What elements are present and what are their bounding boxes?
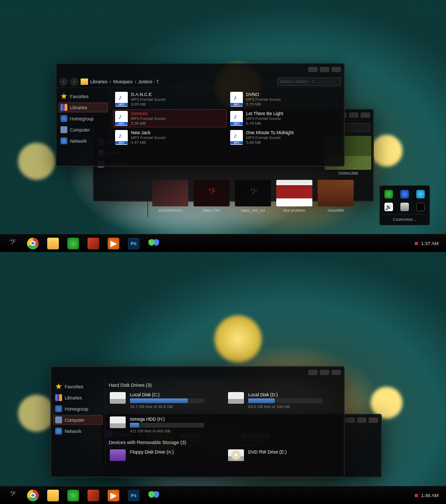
tray-icon[interactable]: [400, 203, 409, 211]
thumbnail-label: 1920x1200: [325, 171, 371, 176]
thumbnail-row: 29102009101 𝄢Bass Clef 𝄢bass_clef_xxl bl…: [150, 178, 371, 215]
desktop-kiilkislim: KiilkiSlim Pictures Videos 1920x1200JPEG…: [0, 252, 446, 504]
taskbar-wmp[interactable]: ▶: [104, 489, 123, 502]
file-item[interactable]: Let There Be Light MP3 Format Sound 6.78…: [228, 109, 342, 127]
thumbnail[interactable]: 𝄢Bass Clef: [193, 180, 231, 213]
taskbar-utorrent[interactable]: [64, 489, 83, 502]
removable-item[interactable]: Floppy Disk Drive (A:): [108, 448, 224, 465]
sidebar-item-computer[interactable]: Computer: [53, 415, 103, 425]
search-input[interactable]: Search Justice - †: [277, 77, 341, 86]
sidebar-item-favorites[interactable]: Favorites: [53, 381, 103, 392]
explorer-front[interactable]: ‹ › Libraries › Musiques › Justice - † S…: [56, 63, 345, 167]
fwd-icon[interactable]: ›: [70, 77, 78, 86]
taskbar-explorer[interactable]: [43, 237, 63, 250]
taskbar-msn[interactable]: [144, 237, 163, 250]
watermark-url: nittiyh.deviantart.com: [5, 4, 110, 18]
tray-icon[interactable]: [384, 190, 393, 198]
thumbnail[interactable]: blur problem: [275, 180, 313, 213]
breadcrumb[interactable]: Libraries › Musiques › Justice - †: [81, 79, 275, 85]
taskbar-explorer[interactable]: [43, 489, 63, 502]
sidebar-item-network[interactable]: Network: [58, 136, 108, 146]
sidebar-item-favorites[interactable]: Favorites: [58, 91, 108, 101]
taskbar-chrome[interactable]: [23, 489, 42, 502]
taskbar-guitar[interactable]: [84, 237, 103, 250]
drive-item[interactable]: Local Disk (D:) 63.6 GB free of 100 GB: [226, 391, 342, 413]
tray-popup: 🔊 Customize...: [379, 185, 430, 225]
explorer-front[interactable]: Favorites Libraries Homegroup Computer N…: [50, 366, 345, 477]
taskbar-msn[interactable]: [144, 489, 163, 502]
drive-item[interactable]: Iomega HDD (H:) 411 GB free of 465 GB: [108, 415, 224, 438]
clock[interactable]: 1:46 AM: [415, 493, 443, 498]
file-item[interactable]: DVNO MP3 Format Sound 5.79 MB: [228, 90, 342, 108]
tray-icon[interactable]: [400, 190, 409, 198]
taskbar-photoshop[interactable]: Ps: [124, 489, 143, 502]
volume-icon[interactable]: 🔊: [384, 203, 393, 211]
sidebar: Favorites Libraries Homegroup Computer N…: [56, 88, 110, 149]
mp3-icon: [115, 111, 128, 126]
floppy-icon: [110, 449, 126, 461]
min-button[interactable]: [345, 418, 355, 423]
back-icon[interactable]: ‹: [59, 77, 68, 86]
homegroup-icon: [60, 115, 67, 122]
removable-item[interactable]: DVD RW Drive (E:): [226, 448, 342, 465]
taskbar-guitar[interactable]: [84, 489, 103, 502]
star-icon: [55, 383, 62, 390]
max-button[interactable]: [320, 67, 329, 72]
thumbnail[interactable]: 𝄢bass_clef_xxl: [234, 180, 272, 213]
max-button[interactable]: [349, 112, 358, 118]
file-item[interactable]: One Minute To Midnight MP3 Format Sound …: [228, 128, 342, 146]
drive-icon: [228, 392, 244, 404]
sidebar-item-libraries[interactable]: Libraries: [53, 393, 103, 403]
bass-clef-icon: 𝄢: [10, 238, 16, 249]
taskbar: 𝄢 ▶ Ps 1:46 AM: [0, 486, 446, 504]
mp3-icon: [115, 130, 128, 145]
min-button[interactable]: [308, 370, 318, 375]
navbar: ‹ › Libraries › Musiques › Justice - † S…: [56, 75, 344, 88]
close-button[interactable]: [369, 418, 378, 423]
clock[interactable]: 1:37 AM: [415, 241, 443, 246]
customize-link[interactable]: Customize...: [383, 214, 426, 222]
computer-icon: [55, 416, 62, 423]
libraries-icon: [60, 104, 67, 111]
network-icon: [55, 428, 62, 435]
mp3-icon: [230, 111, 243, 126]
homegroup-icon: [55, 405, 62, 412]
computer-icon: [60, 126, 67, 133]
taskbar-utorrent[interactable]: [64, 237, 83, 250]
titlebar: [51, 367, 344, 378]
close-button[interactable]: [331, 67, 341, 72]
start-button[interactable]: 𝄢: [3, 489, 22, 502]
drive-item[interactable]: Local Disk (C:) 10.7 GB free of 48.8 GB: [108, 391, 224, 413]
taskbar: 𝄢 ▶ Ps 1:37 AM: [0, 234, 446, 252]
drive-icon: [110, 392, 126, 404]
mp3-icon: [115, 92, 128, 107]
sidebar: Favorites Libraries Homegroup Computer N…: [51, 378, 105, 467]
sidebar-item-computer[interactable]: Computer: [58, 125, 108, 135]
folder-icon: [81, 79, 88, 85]
file-item[interactable]: New Jack MP3 Format Sound 4.97 MB: [113, 128, 227, 146]
libraries-icon: [55, 394, 62, 401]
tray-icon[interactable]: [416, 190, 425, 198]
thumbnail[interactable]: 29102009101: [151, 180, 189, 213]
taskbar-chrome[interactable]: [23, 237, 42, 250]
taskbar-wmp[interactable]: ▶: [104, 237, 123, 250]
start-button[interactable]: 𝄢: [3, 237, 22, 250]
close-button[interactable]: [331, 370, 341, 375]
file-item[interactable]: D.A.N.C.E MP3 Format Sound 8.09 MB: [113, 90, 227, 108]
sidebar-item-network[interactable]: Network: [53, 426, 103, 436]
taskbar-photoshop[interactable]: Ps: [124, 237, 143, 250]
dvd-icon: [228, 449, 244, 461]
file-item[interactable]: Genesis MP3 Format Sound 5.36 MB: [113, 109, 227, 127]
tray-icon[interactable]: [416, 203, 425, 211]
thumbnail[interactable]: Gunz064: [317, 180, 355, 213]
sidebar-item-homegroup[interactable]: Homegroup: [53, 404, 103, 414]
max-button[interactable]: [357, 418, 366, 423]
section-header: Devices with Removable Storage (3): [108, 438, 342, 448]
max-button[interactable]: [320, 370, 329, 375]
sidebar-item-homegroup[interactable]: Homegroup: [58, 114, 108, 124]
theme-name: Kiilki: [413, 3, 440, 20]
mp3-icon: [230, 92, 243, 107]
close-button[interactable]: [361, 112, 370, 118]
sidebar-item-libraries[interactable]: Libraries: [58, 102, 108, 112]
min-button[interactable]: [308, 67, 318, 72]
